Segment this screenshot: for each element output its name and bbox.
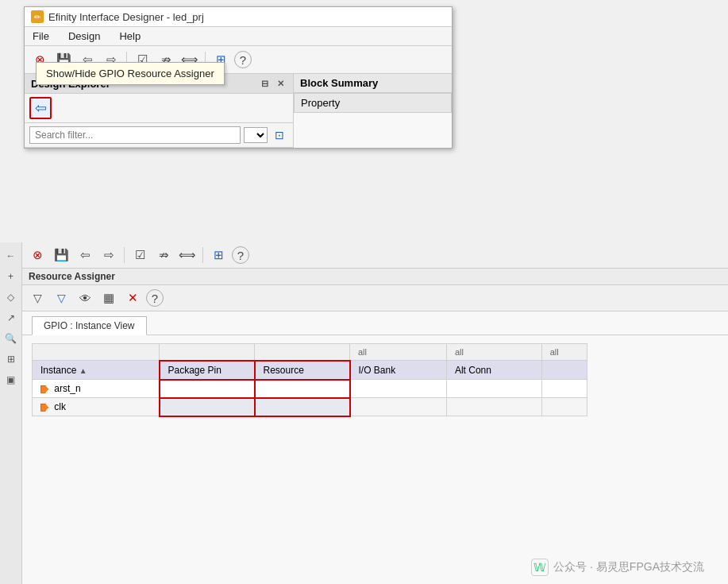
sep3: [124, 247, 125, 263]
help-btn2[interactable]: ?: [232, 246, 249, 264]
all-label-altconn: all: [446, 344, 541, 361]
ra-layout-btn[interactable]: ▦: [98, 288, 119, 308]
sidebar-arrow-icon[interactable]: ←: [2, 247, 20, 265]
column-headers: Instance ▲ Package Pin Resource I/O Bank…: [33, 361, 587, 380]
panel-header-icons: ⊟ ✕: [258, 77, 287, 90]
window-title: Efinity Interface Designer - led_prj: [48, 11, 204, 23]
block-summary-table: Property: [294, 93, 452, 113]
menu-bar: File Design Help: [25, 27, 452, 46]
watermark-text: 公众号 · 易灵思FPGA技术交流: [553, 560, 704, 574]
io-bank-cell-arst_n: [350, 380, 447, 398]
maximize-icon[interactable]: ⊟: [258, 77, 271, 90]
block-summary-panel: Block Summary Property: [293, 74, 452, 148]
package-pin-col-header[interactable]: Package Pin: [160, 361, 255, 380]
check-btn2[interactable]: ☑: [129, 245, 150, 265]
sep4: [202, 247, 203, 263]
connect-btn2[interactable]: ⟺: [177, 245, 198, 265]
instance-cell-clk: clk: [33, 398, 160, 416]
extra-cell-arst_n: [541, 380, 587, 398]
sidebar-box-icon[interactable]: ▣: [2, 371, 20, 389]
left-sidebar: ← + ◇ ↗ 🔍 ⊞ ▣: [0, 242, 22, 584]
gpio-table: all all all Instance ▲ Package Pin Resou…: [32, 343, 587, 417]
all-row: all all all: [33, 344, 587, 361]
instance-icon: [40, 385, 48, 393]
watermark: 𝕎 公众号 · 易灵思FPGA技术交流: [531, 559, 704, 576]
menu-file[interactable]: File: [28, 29, 54, 44]
bottom-toolbar: ⊗ 💾 ⇦ ⇨ ☑ ⇏ ⟺ ⊞ ?: [22, 242, 728, 269]
ra-filter1-btn[interactable]: ▽: [27, 288, 48, 308]
sidebar-layers-icon[interactable]: ⊞: [2, 350, 20, 368]
tooltip-text: Show/Hide GPIO Resource Assigner: [46, 68, 214, 79]
table-row: arst_n: [33, 380, 587, 398]
extra-cell-clk: [541, 398, 587, 416]
search-input[interactable]: [29, 126, 241, 144]
menu-help[interactable]: Help: [114, 29, 145, 44]
sidebar-plus-icon[interactable]: +: [2, 268, 20, 285]
table-row: clk: [33, 398, 587, 416]
titlebar: ✏ Efinity Interface Designer - led_prj: [25, 7, 452, 27]
show-hide-toolbar: ⇦: [25, 94, 293, 123]
instance-cell-arst_n: arst_n: [33, 380, 160, 398]
instance-icon: [40, 404, 48, 412]
grid-btn2[interactable]: ⊞: [208, 245, 229, 265]
search-bar: ⊡: [25, 123, 293, 148]
io-bank-col-header[interactable]: I/O Bank: [350, 361, 447, 380]
instance-col-header[interactable]: Instance ▲: [33, 361, 160, 380]
all-label-extra: all: [541, 344, 587, 361]
help-btn[interactable]: ?: [234, 51, 252, 68]
ra-view-btn[interactable]: 👁: [75, 288, 95, 308]
package-pin-cell-clk[interactable]: [160, 398, 255, 416]
resource-col-header[interactable]: Resource: [255, 361, 350, 380]
instance-name: arst_n: [54, 383, 80, 394]
sort-arrow: ▲: [79, 366, 87, 375]
ra-help-btn[interactable]: ?: [146, 289, 164, 307]
alt-conn-col-header[interactable]: Alt Conn: [446, 361, 541, 380]
tooltip: Show/Hide GPIO Resource Assigner: [36, 62, 225, 85]
sidebar-diamond-icon[interactable]: ◇: [2, 288, 20, 306]
instance-name: clk: [54, 401, 66, 412]
export-btn2[interactable]: ⇏: [153, 245, 174, 265]
menu-design[interactable]: Design: [64, 29, 105, 44]
resource-cell-clk[interactable]: [255, 398, 350, 416]
gpio-table-container: all all all Instance ▲ Package Pin Resou…: [22, 335, 728, 425]
gpio-instance-view-tab[interactable]: GPIO : Instance View: [32, 316, 147, 335]
bottom-main: ⊗ 💾 ⇦ ⇨ ☑ ⇏ ⟺ ⊞ ? Resource Assigner ▽ ▽ …: [22, 242, 728, 584]
ra-close-btn[interactable]: ✕: [122, 288, 143, 308]
resource-cell-arst_n[interactable]: [255, 380, 350, 398]
close-btn2[interactable]: ⊗: [27, 245, 48, 265]
import1-btn2[interactable]: ⇦: [75, 245, 95, 265]
sidebar-search-icon[interactable]: 🔍: [2, 330, 20, 347]
resource-assigner-toolbar: ▽ ▽ 👁 ▦ ✕ ?: [22, 285, 728, 311]
sidebar-arrow2-icon[interactable]: ↗: [2, 309, 20, 327]
alt-conn-cell-clk: [446, 398, 541, 416]
property-column-header: Property: [295, 94, 452, 113]
package-pin-cell-arst_n[interactable]: [160, 380, 255, 398]
tab-bar: GPIO : Instance View: [22, 311, 728, 335]
show-hide-gpio-btn[interactable]: ⇦: [29, 97, 52, 119]
close-panel-icon[interactable]: ✕: [274, 77, 287, 90]
io-bank-cell-clk: [350, 398, 447, 416]
extra-col-header: [541, 361, 587, 380]
alt-conn-cell-arst_n: [446, 380, 541, 398]
wechat-icon: 𝕎: [531, 559, 549, 576]
save-btn2[interactable]: 💾: [51, 245, 71, 265]
ra-filter2-btn[interactable]: ▽: [51, 288, 71, 308]
filter-icon[interactable]: ⊡: [271, 126, 288, 144]
resource-assigner-label: Resource Assigner: [22, 269, 728, 285]
block-summary-title: Block Summary: [294, 74, 452, 93]
search-dropdown[interactable]: [244, 127, 268, 143]
import2-btn2[interactable]: ⇨: [98, 245, 119, 265]
app-icon: ✏: [31, 10, 44, 23]
all-label-iobank: all: [350, 344, 447, 361]
